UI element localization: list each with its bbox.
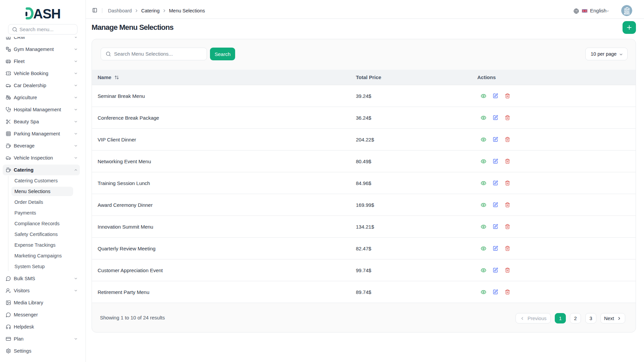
svg-text:ASH: ASH <box>33 6 60 21</box>
